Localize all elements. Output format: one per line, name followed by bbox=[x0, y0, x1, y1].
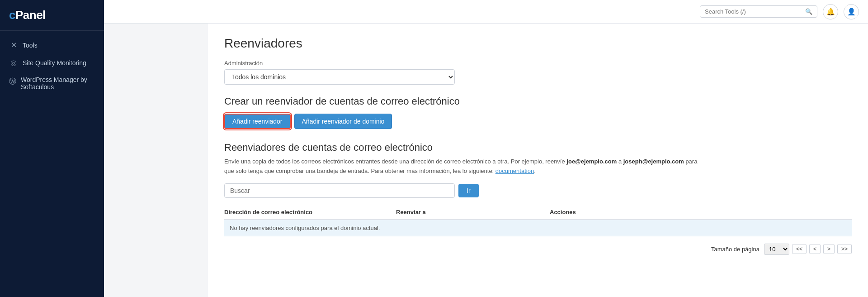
description-email1: joe@ejemplo.com bbox=[566, 158, 617, 165]
col-email: Dirección de correo electrónico bbox=[224, 209, 396, 216]
page-size-select[interactable]: 102550100 bbox=[764, 244, 789, 255]
description-email2: joseph@ejemplo.com bbox=[623, 158, 684, 165]
user-icon[interactable]: 👤 bbox=[844, 4, 859, 19]
pagination: Tamaño de página 102550100 << < > >> bbox=[224, 244, 852, 255]
go-button[interactable]: Ir bbox=[458, 184, 479, 197]
domain-select[interactable]: Todos los dominios bbox=[224, 69, 455, 85]
sidebar-item-wordpress[interactable]: Ⓦ WordPress Manager by Softaculous bbox=[0, 72, 104, 95]
tools-icon: ✕ bbox=[9, 41, 18, 49]
page-size-label: Tamaño de página bbox=[711, 246, 760, 253]
sidebar-item-tools-label: Tools bbox=[23, 42, 38, 49]
prev-page-button[interactable]: < bbox=[809, 244, 821, 254]
page-title: Reenviadores bbox=[224, 36, 852, 51]
search-input[interactable] bbox=[705, 8, 802, 15]
sidebar-item-site-quality-label: Site Quality Monitoring bbox=[23, 59, 86, 67]
description-part2: a bbox=[617, 158, 623, 165]
table-header: Dirección de correo electrónico Reenviar… bbox=[224, 205, 852, 220]
sidebar-nav: ✕ Tools ◎ Site Quality Monitoring Ⓦ Word… bbox=[0, 31, 104, 297]
main-content: Reenviadores Administración Todos los do… bbox=[208, 24, 868, 297]
site-quality-icon: ◎ bbox=[9, 58, 18, 67]
first-page-button[interactable]: << bbox=[792, 244, 807, 254]
list-section-title: Reenviadores de cuentas de correo electr… bbox=[224, 142, 852, 153]
notifications-icon[interactable]: 🔔 bbox=[823, 4, 838, 19]
documentation-link[interactable]: documentation bbox=[495, 168, 534, 174]
sidebar-item-wordpress-label: WordPress Manager by Softaculous bbox=[21, 76, 95, 91]
search-row: Ir bbox=[224, 183, 852, 198]
forwarder-search-input[interactable] bbox=[224, 183, 455, 198]
sidebar: cPanel ✕ Tools ◎ Site Quality Monitoring… bbox=[0, 0, 104, 297]
sidebar-item-tools[interactable]: ✕ Tools bbox=[0, 36, 104, 54]
sidebar-item-site-quality[interactable]: ◎ Site Quality Monitoring bbox=[0, 54, 104, 72]
last-page-button[interactable]: >> bbox=[837, 244, 852, 254]
header: 🔍 🔔 👤 bbox=[104, 0, 868, 24]
col-actions: Acciones bbox=[550, 209, 852, 216]
wordpress-icon: Ⓦ bbox=[9, 77, 16, 86]
admin-label: Administración bbox=[224, 60, 852, 67]
create-section-title: Crear un reenviador de cuentas de correo… bbox=[224, 96, 852, 107]
logo-area: cPanel bbox=[0, 0, 104, 31]
next-page-button[interactable]: > bbox=[823, 244, 835, 254]
action-buttons: Añadir reenviador Añadir reenviador de d… bbox=[224, 114, 852, 129]
add-domain-forwarder-button[interactable]: Añadir reenviador de dominio bbox=[294, 114, 392, 129]
search-icon: 🔍 bbox=[805, 8, 812, 15]
add-forwarder-button[interactable]: Añadir reenviador bbox=[224, 114, 291, 129]
empty-row: No hay reenviadores configurados para el… bbox=[224, 220, 852, 236]
col-forward-to: Reenviar a bbox=[396, 209, 550, 216]
description-part1: Envíe una copia de todos los correos ele… bbox=[224, 158, 566, 165]
search-box[interactable]: 🔍 bbox=[700, 5, 817, 18]
cpanel-logo: cPanel bbox=[9, 8, 95, 22]
description: Envíe una copia de todos los correos ele… bbox=[224, 157, 703, 176]
